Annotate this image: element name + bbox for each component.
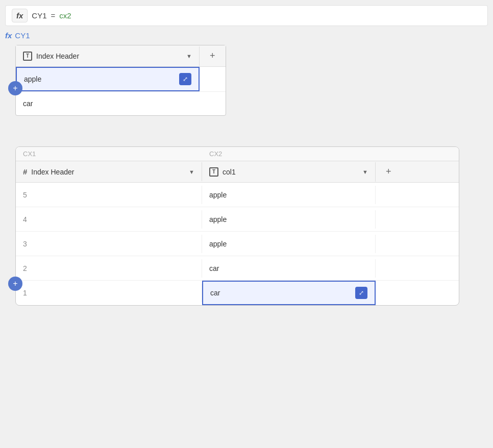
table-row: apple ⤢ [16,67,226,92]
col1-header-label: col1 [223,168,358,176]
top-col-type-icon: T [23,52,32,61]
bottom-cell-expand-button[interactable]: ⤢ [355,287,367,299]
bottom-data-cell-row4[interactable]: car ⤢ [202,281,376,305]
index-value: 2 [23,264,27,272]
bottom-col1-header: T col1 ▼ [202,162,376,182]
formula-equals: = [51,11,56,20]
cell-expand-button[interactable]: ⤢ [179,73,191,85]
table-row: 3 apple [16,232,459,256]
formula-fx-button[interactable]: fx [12,9,28,22]
bottom-index-cell-5: 5 [16,186,202,204]
index-value: 5 [23,191,27,199]
cell-value-car: car [23,99,33,108]
top-add-row-icon: + [13,84,17,93]
top-index-column-header: T Index Header ▼ [16,46,200,66]
data-value: apple [209,191,227,199]
bottom-add-row-button[interactable]: + [8,277,22,291]
bottom-add-row-icon: + [13,279,17,288]
bottom-data-cell-row0[interactable]: apple [202,186,376,204]
top-table: T Index Header ▼ + apple ⤢ [15,45,226,116]
top-add-col-icon: + [210,51,215,61]
top-table-cell-car[interactable]: car [16,94,200,113]
hash-icon: # [23,167,27,176]
top-table-header-row: T Index Header ▼ + [16,45,226,67]
data-value: car [209,264,219,272]
index-value: 4 [23,215,27,223]
expand-icon: ⤢ [359,289,364,296]
data-value: car [210,289,220,297]
bottom-header-row: # Index Header ▼ T col1 ▼ + [16,161,459,183]
bottom-index-cell-3: 3 [16,235,202,253]
top-add-row-button[interactable]: + [8,81,22,95]
bottom-cx1-label: CX1 [16,150,202,158]
top-table-body: apple ⤢ car [16,67,226,115]
bottom-add-col-icon: + [386,166,391,177]
cell-ref-label: CY1 [15,31,30,40]
index-value: 3 [23,240,27,248]
bottom-index-dropdown-arrow[interactable]: ▼ [189,169,194,175]
cell-ref-fx-icon: fx [5,31,12,40]
table-row: 2 car [16,256,459,281]
table-row: car [16,92,226,115]
bottom-table: CX1 CX2 # Index Header ▼ T col1 ▼ + [15,146,459,306]
index-value: 1 [23,289,27,297]
bottom-col-labels-row: CX1 CX2 [16,147,459,161]
bottom-data-cell-row2[interactable]: apple [202,235,376,253]
top-add-column-button[interactable]: + [200,45,226,66]
bottom-index-cell-4: 4 [16,210,202,229]
cell-value-apple: apple [24,75,41,83]
col1-icon-label: T [212,169,215,175]
data-value: apple [209,215,227,223]
bottom-index-cell-1: 1 [16,284,202,302]
formula-value: cx2 [59,11,71,20]
table-row: 1 car ⤢ [16,281,459,305]
cell-ref-row: fx CY1 [5,30,488,41]
top-table-cell-apple[interactable]: apple ⤢ [16,67,200,91]
fx-label: fx [16,11,23,20]
table-row: 5 apple [16,183,459,207]
table-row: 4 apple [16,207,459,232]
col1-dropdown-arrow[interactable]: ▼ [362,169,368,175]
top-col-dropdown-arrow[interactable]: ▼ [186,53,192,59]
formula-bar: fx CY1 = cx2 [5,5,488,26]
bottom-index-header-label: Index Header [31,168,185,176]
col1-type-icon: T [209,167,218,177]
data-value: apple [209,240,227,248]
bottom-index-cell-2: 2 [16,259,202,278]
top-col-icon-label: T [26,53,29,59]
bottom-add-column-button[interactable]: + [376,161,402,182]
formula-cell-ref: CY1 [32,11,46,20]
bottom-data-cell-row1[interactable]: apple [202,210,376,229]
top-col-header-label: Index Header [36,52,182,60]
bottom-data-cell-row3[interactable]: car [202,259,376,278]
bottom-cx2-label: CX2 [202,150,376,158]
expand-icon: ⤢ [183,76,188,83]
bottom-index-col-header: # Index Header ▼ [16,162,202,181]
